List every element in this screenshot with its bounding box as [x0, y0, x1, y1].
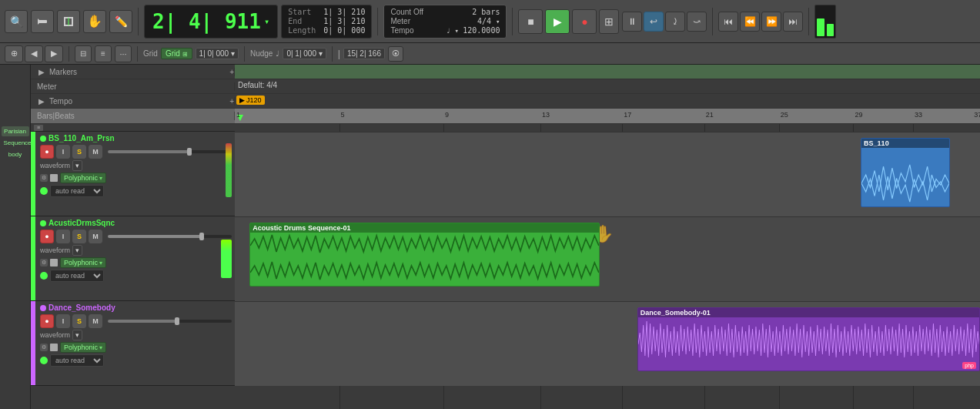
fast-forward-btn[interactable]: ⏩	[761, 12, 781, 32]
bs-input-btn[interactable]: I	[56, 145, 70, 159]
prev-track-btn[interactable]: ◀	[25, 45, 43, 62]
acoustic-volume-slider[interactable]	[108, 235, 232, 238]
tempo-marker[interactable]: ▶ J120	[236, 96, 265, 105]
transport-controls: ■ ▶ ● ⊞	[518, 9, 619, 34]
dance-gear-icon[interactable]: ⚙	[40, 344, 48, 351]
acoustic-waveform-dropdown[interactable]: ▾	[72, 245, 82, 256]
dance-waveform-dropdown[interactable]: ▾	[72, 330, 82, 340]
sep-t2-1	[69, 46, 69, 62]
track-headers-panel: ≡ BS_110_Am_Prsn ● I S M	[31, 124, 235, 409]
more-btn[interactable]: ···	[115, 45, 132, 62]
dance-power-btn[interactable]: ●	[40, 314, 54, 328]
grabber-tool-btn[interactable]: ✋	[83, 10, 106, 33]
bs-track-title: BS_110_Am_Prsn	[40, 134, 232, 142]
bs-waveform-row: waveform ▾	[40, 160, 232, 171]
bs-solo-btn[interactable]: S	[72, 145, 86, 159]
next-track-btn[interactable]: ▶	[45, 45, 63, 62]
trim-tool-btn[interactable]	[31, 10, 54, 33]
bs-volume-slider[interactable]	[108, 150, 232, 153]
clip-acoustic[interactable]: Acoustic Drums Sequence-01	[249, 223, 600, 287]
acoustic-volume-thumb[interactable]	[199, 233, 204, 240]
sep-t2-3	[244, 46, 245, 62]
start-val: 1| 3| 210	[323, 8, 365, 16]
dance-mute-btn[interactable]: M	[89, 314, 102, 328]
nudge-note-icon: ♩	[276, 49, 279, 58]
timeline-content[interactable]: ✋ BS_110 Acoustic Drums Sequence-01	[235, 124, 980, 409]
acoustic-power-btn[interactable]: ●	[40, 230, 54, 243]
loop-btn[interactable]: ⏸	[622, 12, 642, 32]
grid-value-select[interactable]: 1| 0| 000 ▾	[196, 48, 239, 59]
mixer-btn[interactable]: ⊟	[75, 45, 92, 62]
clip-bs110-title: BS_110	[861, 139, 949, 148]
nudge-value-select[interactable]: 0| 1| 000 ▾	[283, 48, 326, 59]
dance-volume-slider[interactable]	[108, 320, 232, 323]
meter-right-bar	[827, 24, 835, 35]
acoustic-mute-btn[interactable]: M	[89, 230, 102, 243]
pencil-tool-btn[interactable]: ✏️	[109, 10, 132, 33]
bars-content[interactable]: ▼ 1 5 9 13 17 21 25 29 33 37	[235, 109, 980, 123]
dance-auto-select[interactable]: auto read auto write	[50, 354, 104, 367]
parisian-item[interactable]: Parisian	[2, 126, 29, 136]
zoom-tool-btn[interactable]: 🔍	[5, 10, 28, 33]
markers-content[interactable]	[235, 65, 980, 79]
record-button[interactable]: ●	[572, 9, 597, 34]
sequence-item[interactable]: Sequencebo	[2, 138, 29, 148]
add-marker-btn[interactable]: +	[229, 68, 234, 76]
body-item[interactable]: body	[2, 149, 29, 159]
bs-volume-thumb[interactable]	[187, 148, 192, 156]
link-btn[interactable]: ⦿	[388, 46, 403, 62]
punch-btn[interactable]: ⤸	[665, 12, 685, 32]
main-counter[interactable]: 2| 4| 911 ▾	[144, 5, 278, 39]
tempo-expand-btn[interactable]: ▶	[37, 97, 46, 106]
goto-start-btn[interactable]: ⏮	[718, 12, 738, 32]
grid-toggle-btn[interactable]: Grid ⊞	[161, 48, 192, 59]
track-header-acoustic: AcusticDrmsSqnc ● I S M	[31, 216, 235, 301]
acoustic-gear-icon[interactable]: ⚙	[40, 259, 48, 267]
tempo-ruler-row: ▶ Tempo + ▶ J120	[31, 94, 980, 109]
dance-polyphonic-btn[interactable]: Polyphonic ▾	[60, 342, 106, 353]
clip-dance[interactable]: Dance_Somebody-01 php	[637, 307, 980, 371]
rewind-btn[interactable]: ⏪	[740, 12, 760, 32]
selector-tool-btn[interactable]	[57, 10, 80, 33]
acoustic-auto-row: auto read auto write	[40, 270, 232, 282]
bs-polyphonic-btn[interactable]: Polyphonic ▾	[60, 173, 106, 183]
main-area: Parisian Sequencebo body ▶ Markers + Met…	[0, 65, 980, 409]
meter-default-text: Default: 4/4	[238, 81, 277, 89]
rewind-loop-btn[interactable]: ↩	[644, 12, 664, 32]
svg-marker-1	[38, 18, 41, 25]
tempo-content: ▶ J120	[235, 94, 980, 108]
stop-button[interactable]: ■	[518, 9, 543, 34]
bs-gear-icon[interactable]: ⚙	[40, 174, 48, 182]
clip-bs110[interactable]: BS_110	[861, 138, 950, 207]
add-track-btn[interactable]: ⊕	[5, 45, 23, 62]
acoustic-track-name[interactable]: AcusticDrmsSqnc	[48, 219, 115, 227]
acoustic-poly-row: ⚙ Polyphonic ▾	[40, 257, 232, 268]
dance-input-btn[interactable]: I	[56, 314, 70, 328]
add-tempo-btn[interactable]: +	[229, 97, 234, 106]
acoustic-auto-select[interactable]: auto read auto write	[50, 270, 104, 282]
bs-mute-btn[interactable]: M	[89, 145, 102, 159]
dance-track-name[interactable]: Dance_Somebody	[48, 303, 115, 312]
play-button[interactable]: ▶	[545, 9, 570, 34]
acoustic-polyphonic-btn[interactable]: Polyphonic ▾	[60, 257, 106, 268]
markers-expand-btn[interactable]: ▶	[37, 68, 46, 76]
dance-solo-btn[interactable]: S	[72, 314, 86, 328]
grid-label: Grid	[143, 49, 158, 58]
extra-btn[interactable]: ⊞	[599, 9, 619, 34]
goto-end-btn[interactable]: ⏭	[783, 12, 803, 32]
collapse-all-btn[interactable]: ≡	[34, 125, 43, 131]
inserts-btn[interactable]: ≡	[95, 45, 112, 62]
bars-beats-ruler-row: Bars|Beats ▼ 1 5 9 13 17 21 25 29 33 37	[31, 109, 980, 124]
secondary-toolbar: ⊕ ◀ ▶ ⊟ ≡ ··· Grid Grid ⊞ 1| 0| 000 ▾ Nu…	[0, 43, 980, 65]
counter-dropdown-icon: ▾	[264, 16, 269, 27]
track-punch-btn[interactable]: ⤻	[687, 12, 707, 32]
bs-auto-select[interactable]: auto read auto write auto touch	[50, 185, 104, 197]
bs-waveform-dropdown[interactable]: ▾	[72, 160, 82, 171]
bs-power-btn[interactable]: ●	[40, 145, 54, 159]
acoustic-input-btn[interactable]: I	[56, 230, 70, 243]
bs-auto-row: auto read auto write auto touch	[40, 185, 232, 197]
bs-track-name[interactable]: BS_110_Am_Prsn	[48, 134, 115, 142]
end-position-display[interactable]: 15| 2| 166	[343, 48, 385, 59]
dance-volume-thumb[interactable]	[175, 317, 179, 325]
acoustic-solo-btn[interactable]: S	[72, 230, 86, 243]
